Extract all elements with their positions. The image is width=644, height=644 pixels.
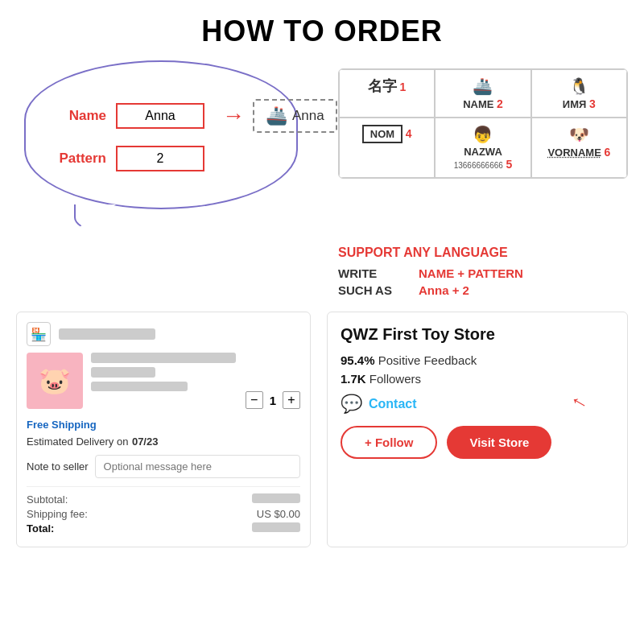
note-label: Note to seller [27, 460, 89, 473]
store-card-title: QWZ First Toy Store [341, 325, 614, 344]
ship-icon: 🚢 [266, 105, 287, 126]
pattern-cell-2[interactable]: 🚢 NAME 2 [435, 69, 530, 118]
followers-label: Followers [369, 372, 421, 386]
speech-bubble-area: Name Anna → 🚢 Anna Pattern 2 [16, 60, 322, 237]
shipping-fee-label: Shipping fee: [27, 508, 88, 520]
such-val: Anna + 2 [419, 283, 628, 297]
pattern-grid-area: 名字 1 🚢 NAME 2 🐧 ИМЯ 3 NOM 4 👦 NAZWA13666… [338, 68, 628, 179]
arrow-annotation-icon: ← [564, 386, 595, 419]
product-title-blurred [91, 353, 236, 363]
note-input[interactable] [95, 455, 300, 478]
order-card-header: 🏪 [27, 322, 300, 346]
contact-icon: 💬 [341, 394, 362, 415]
preview-arrow: → 🚢 Anna [222, 99, 337, 133]
free-shipping-label: Free Shipping [27, 419, 97, 431]
stamp-preview: 🚢 Anna [253, 99, 337, 133]
pattern-cell-4[interactable]: NOM 4 [339, 118, 435, 178]
shipping-fee-value: US $0.00 [257, 508, 300, 520]
qty-decrease-button[interactable]: − [246, 391, 263, 409]
total-label: Total: [27, 522, 54, 535]
pattern-6-icon: 🐶 [537, 125, 621, 144]
pattern-row: Pattern 2 [50, 146, 204, 171]
pattern-2-number: 2 [497, 97, 503, 110]
write-key: WRITE [338, 266, 411, 280]
support-instructions: WRITE NAME + PATTERN SUCH AS Anna + 2 [338, 266, 628, 297]
stamp-name: Anna [292, 108, 324, 124]
qty-value: 1 [270, 394, 276, 407]
store-card: QWZ First Toy Store 95.4% Positive Feedb… [327, 312, 628, 547]
arrow-icon: → [222, 103, 245, 129]
pattern-4-number: 4 [406, 127, 412, 140]
pattern-cell-3[interactable]: 🐧 ИМЯ 3 [531, 69, 627, 118]
feedback-stat: 95.4% Positive Feedback [341, 353, 614, 367]
price-rows: Subtotal: Shipping fee: US $0.00 Total: [27, 486, 300, 535]
pattern-input[interactable]: 2 [116, 146, 204, 171]
store-actions: + Follow Visit Store [341, 426, 614, 459]
contact-row: 💬 Contact ← [341, 394, 614, 415]
product-price-blurred [91, 367, 155, 378]
pattern-5-number: 5 [506, 158, 513, 171]
pattern-cell-6[interactable]: 🐶 VORNAME 6 [531, 118, 627, 178]
support-title: SUPPORT ANY LANGUAGE [338, 246, 628, 260]
page-title: HOW TO ORDER [0, 0, 644, 56]
pattern-4-label: NOM [362, 125, 402, 143]
speech-bubble: Name Anna → 🚢 Anna Pattern 2 [24, 60, 298, 209]
such-key: SUCH AS [338, 283, 411, 297]
shipping-fee-row: Shipping fee: US $0.00 [27, 508, 300, 520]
pattern-3-icon: 🐧 [537, 76, 621, 96]
feedback-label: Positive Feedback [378, 353, 477, 367]
visit-store-button[interactable]: Visit Store [447, 426, 551, 459]
bottom-section: 🏪 🐷 − 1 + Free Shipping Estimated Delive… [0, 312, 644, 547]
product-row: 🐷 − 1 + [27, 353, 300, 409]
followers-count: 1.7K [341, 372, 366, 386]
subtotal-value-blurred [252, 493, 300, 503]
followers-stat: 1.7K Followers [341, 372, 614, 386]
name-input[interactable]: Anna [116, 103, 204, 129]
product-image: 🐷 [27, 353, 83, 409]
total-value-blurred [252, 522, 300, 532]
pattern-3-label: ИМЯ [563, 98, 587, 110]
pattern-2-icon: 🚢 [440, 76, 525, 96]
pattern-1-label: 名字 [368, 78, 397, 94]
subtotal-label: Subtotal: [27, 493, 68, 506]
feedback-pct: 95.4% [341, 353, 375, 367]
note-row: Note to seller [27, 455, 300, 478]
write-val: NAME + PATTERN [419, 266, 628, 280]
pattern-6-label: VORNAME [547, 147, 601, 159]
pattern-cell-5[interactable]: 👦 NAZWA13666666666 5 [435, 118, 530, 178]
qty-increase-button[interactable]: + [283, 391, 300, 409]
order-card: 🏪 🐷 − 1 + Free Shipping Estimated Delive… [16, 312, 311, 547]
delivery-date: 07/23 [132, 436, 159, 448]
follow-button[interactable]: + Follow [341, 426, 437, 459]
pattern-label: Pattern [50, 151, 106, 167]
name-row: Name Anna → 🚢 Anna [50, 99, 337, 133]
contact-link[interactable]: Contact [369, 397, 417, 411]
product-info [91, 353, 237, 391]
total-row: Total: [27, 522, 300, 535]
pattern-grid: 名字 1 🚢 NAME 2 🐧 ИМЯ 3 NOM 4 👦 NAZWA13666… [339, 69, 627, 178]
pattern-2-label: NAME [463, 98, 493, 110]
store-icon-box: 🏪 [27, 322, 51, 346]
delivery-label: Estimated Delivery on [27, 436, 128, 448]
pattern-5-label: NAZWA13666666666 [454, 146, 503, 171]
pattern-1-number: 1 [400, 80, 407, 93]
product-variant-blurred [91, 382, 188, 391]
pattern-5-icon: 👦 [440, 125, 525, 144]
shipping-row: Free Shipping [27, 417, 300, 431]
store-name-blurred [59, 328, 155, 340]
name-label: Name [50, 108, 106, 124]
pattern-6-number: 6 [604, 146, 610, 159]
pattern-cell-1[interactable]: 名字 1 [339, 69, 435, 118]
subtotal-row: Subtotal: [27, 493, 300, 506]
pattern-3-number: 3 [589, 97, 596, 110]
delivery-row: Estimated Delivery on 07/23 [27, 434, 300, 448]
qty-control: − 1 + [246, 391, 300, 409]
